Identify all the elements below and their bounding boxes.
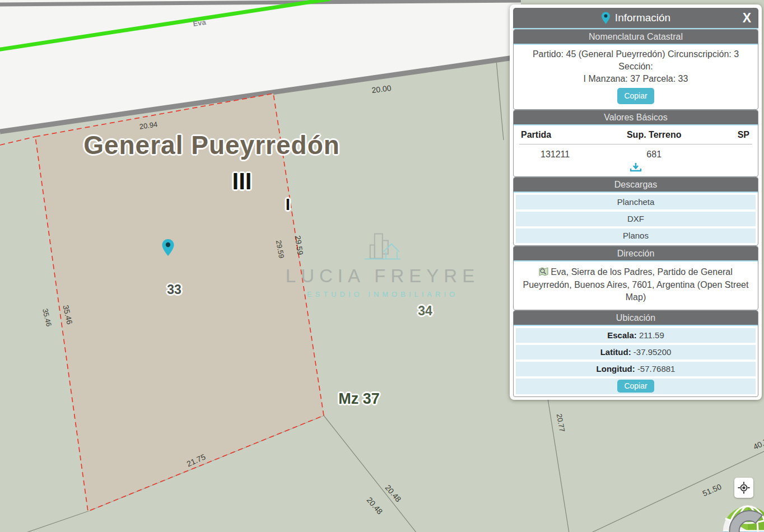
direccion-header: Dirección <box>514 246 758 262</box>
download-values-button[interactable] <box>514 163 758 172</box>
circunscripcion-label: III <box>232 168 251 195</box>
col-partida: Partida <box>514 130 597 140</box>
copy-nomenclatura-button[interactable]: Copiar <box>617 88 654 104</box>
locate-button[interactable] <box>734 478 753 498</box>
descargas-section: Descargas Plancheta DXF Planos <box>513 177 758 246</box>
latitud-value: -37.95200 <box>633 347 672 357</box>
nomenclatura-section: Nomenclatura Catastral Partido: 45 (Gene… <box>513 29 758 110</box>
direccion-section: Dirección Eva, Sierra de los Padres, Par… <box>513 246 758 310</box>
download-plancheta[interactable]: Plancheta <box>516 195 756 209</box>
close-button[interactable]: X <box>743 11 751 26</box>
globe-logo-icon <box>721 503 764 532</box>
ubicacion-header: Ubicación <box>514 311 758 326</box>
download-icon <box>630 163 641 172</box>
download-planos[interactable]: Planos <box>516 228 756 243</box>
col-sup-terreno: Sup. Terreno <box>597 130 711 140</box>
panel-title: Información <box>615 12 670 24</box>
map-search-icon <box>539 267 548 276</box>
direccion-text: Eva, Sierra de los Padres, Partido de Ge… <box>523 267 749 302</box>
nomenclatura-header: Nomenclatura Catastral <box>514 30 758 45</box>
latitud-label: Latitud: <box>600 347 631 357</box>
escala-value: 211.59 <box>639 330 664 340</box>
pin-icon <box>601 11 611 25</box>
watermark-building-icon <box>361 233 404 262</box>
seccion-label: I <box>286 195 290 214</box>
parcel-pin-icon <box>161 239 175 256</box>
valores-row: 131211 681 <box>514 150 758 160</box>
watermark: LUCIA FREYRE ESTUDIO INMOBILIARIO <box>286 233 479 298</box>
sup-terreno-value: 681 <box>597 150 711 160</box>
parcel-34-label: 34 <box>418 304 432 319</box>
download-dxf[interactable]: DXF <box>516 212 756 226</box>
manzana-label: Mz 37 <box>338 390 380 408</box>
partida-value: 131211 <box>514 150 597 160</box>
valores-section: Valores Básicos Partida Sup. Terreno SP … <box>513 110 758 177</box>
descargas-header: Descargas <box>514 178 758 193</box>
copy-coords-row: Copiar <box>516 379 756 394</box>
col-sp: SP <box>711 130 758 140</box>
valores-header: Valores Básicos <box>514 110 758 125</box>
watermark-tagline: ESTUDIO INMOBILIARIO <box>286 290 479 298</box>
longitud-value: -57.76881 <box>637 364 676 374</box>
ubicacion-section: Ubicación Escala: 211.59 Latitud: -37.95… <box>513 310 758 397</box>
info-panel: Información X Nomenclatura Catastral Par… <box>510 4 762 400</box>
parcel-33-label: 33 <box>167 282 181 297</box>
panel-header: Información X <box>513 8 758 29</box>
nomenclatura-line2: I Manzana: 37 Parcela: 33 <box>516 73 756 85</box>
copy-coords-button[interactable]: Copiar <box>617 380 654 393</box>
escala-label: Escala: <box>607 330 637 340</box>
watermark-name: LUCIA FREYRE <box>286 265 479 287</box>
latitud-row: Latitud: -37.95200 <box>516 345 756 360</box>
street-name-label: Eva <box>192 18 206 28</box>
district-label: General Pueyrredón <box>83 130 340 160</box>
nomenclatura-line1: Partido: 45 (General Pueyrredón) Circuns… <box>516 48 756 73</box>
longitud-label: Longitud: <box>597 364 635 374</box>
escala-row: Escala: 211.59 <box>516 328 756 343</box>
gps-target-icon <box>738 482 750 494</box>
longitud-row: Longitud: -57.76881 <box>516 362 756 376</box>
